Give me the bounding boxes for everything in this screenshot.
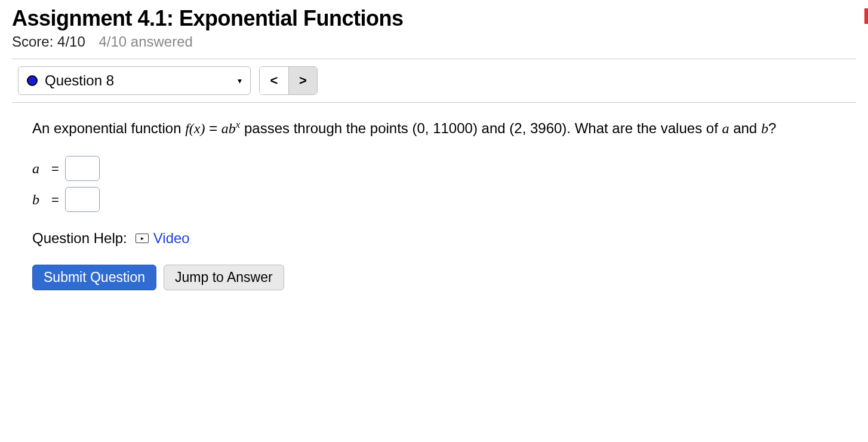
- question-body: An exponential function f(x) = abx passe…: [12, 103, 856, 302]
- prompt-text-1: An exponential function: [32, 120, 185, 136]
- chevron-right-icon: >: [299, 73, 307, 88]
- answer-label-b: b: [32, 189, 45, 210]
- answered-count: 4/10 answered: [99, 33, 192, 50]
- math-eq: =: [205, 120, 221, 136]
- math-fx: f(x): [185, 121, 205, 136]
- video-link[interactable]: Video: [153, 228, 190, 249]
- question-nav-row: Question 8 ▾ < >: [12, 59, 856, 102]
- question-number-label: Question 8: [45, 72, 114, 89]
- answer-label-a: a: [32, 158, 45, 179]
- score-row: Score: 4/10 4/10 answered: [12, 33, 856, 50]
- prompt-qmark: ?: [768, 120, 776, 136]
- help-label: Question Help:: [32, 228, 127, 249]
- jump-to-answer-button[interactable]: Jump to Answer: [164, 265, 284, 290]
- answer-row-a: a =: [32, 156, 838, 181]
- right-edge-marker: [864, 8, 868, 24]
- score-value: Score: 4/10: [12, 33, 85, 50]
- video-icon: ▸: [136, 234, 149, 243]
- prev-next-group: < >: [259, 66, 318, 95]
- answer-input-a[interactable]: [65, 156, 100, 181]
- button-row: Submit Question Jump to Answer: [32, 265, 838, 290]
- eq-sign-a: =: [51, 159, 59, 179]
- answer-block: a = b =: [32, 156, 838, 212]
- prompt-and-word: and: [729, 120, 761, 136]
- next-question-button[interactable]: >: [288, 67, 317, 94]
- question-selector-dropdown[interactable]: Question 8 ▾: [18, 66, 251, 95]
- answer-row-b: b =: [32, 187, 838, 212]
- math-a-var: a: [722, 121, 729, 136]
- math-ab: ab: [221, 121, 236, 136]
- answer-input-b[interactable]: [65, 187, 100, 212]
- question-prompt: An exponential function f(x) = abx passe…: [32, 117, 838, 139]
- prompt-text-2: passes through the points (0, 11000) and…: [240, 120, 722, 136]
- help-row: Question Help: ▸ Video: [32, 228, 838, 249]
- math-b-var: b: [761, 121, 768, 136]
- submit-question-button[interactable]: Submit Question: [32, 265, 156, 290]
- caret-down-icon: ▾: [238, 76, 242, 85]
- assignment-title: Assignment 4.1: Exponential Functions: [12, 6, 856, 31]
- question-status-dot-icon: [27, 75, 38, 86]
- chevron-left-icon: <: [270, 73, 278, 88]
- prev-question-button[interactable]: <: [260, 67, 288, 94]
- eq-sign-b: =: [51, 190, 59, 210]
